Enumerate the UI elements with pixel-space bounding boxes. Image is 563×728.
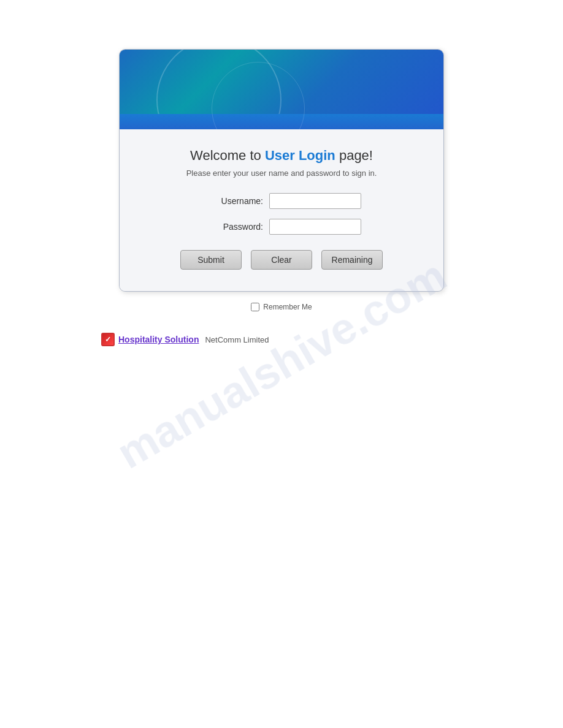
welcome-subtitle: Please enter your user name and password… xyxy=(144,169,419,178)
password-label: Password: xyxy=(202,222,263,232)
title-suffix: page! xyxy=(335,148,373,163)
title-prefix: Welcome to xyxy=(190,148,265,163)
card-body: Welcome to User Login page! Please enter… xyxy=(120,129,443,291)
password-input[interactable] xyxy=(269,219,361,235)
title-highlight: User Login xyxy=(265,148,335,163)
hospitality-solution-link[interactable]: Hospitality Solution xyxy=(118,335,199,344)
footer-section: ✓ Hospitality Solution NetComm Limited xyxy=(101,333,269,346)
remember-me-label: Remember Me xyxy=(263,303,312,311)
header-blue-bar xyxy=(120,114,443,129)
username-row: Username: xyxy=(144,193,419,209)
card-header xyxy=(120,50,443,129)
remaining-button[interactable]: Remaining xyxy=(321,250,383,270)
remember-me-checkbox[interactable] xyxy=(251,303,259,311)
company-name: NetComm Limited xyxy=(205,335,269,344)
button-row: Submit Clear Remaining xyxy=(144,250,419,270)
login-card: Welcome to User Login page! Please enter… xyxy=(119,49,444,292)
username-label: Username: xyxy=(202,196,263,206)
submit-button[interactable]: Submit xyxy=(180,250,242,270)
footer-logo-icon: ✓ xyxy=(101,333,115,346)
clear-button[interactable]: Clear xyxy=(251,250,312,270)
password-row: Password: xyxy=(144,219,419,235)
username-input[interactable] xyxy=(269,193,361,209)
remember-me-row: Remember Me xyxy=(251,303,312,314)
welcome-title: Welcome to User Login page! xyxy=(144,148,419,164)
